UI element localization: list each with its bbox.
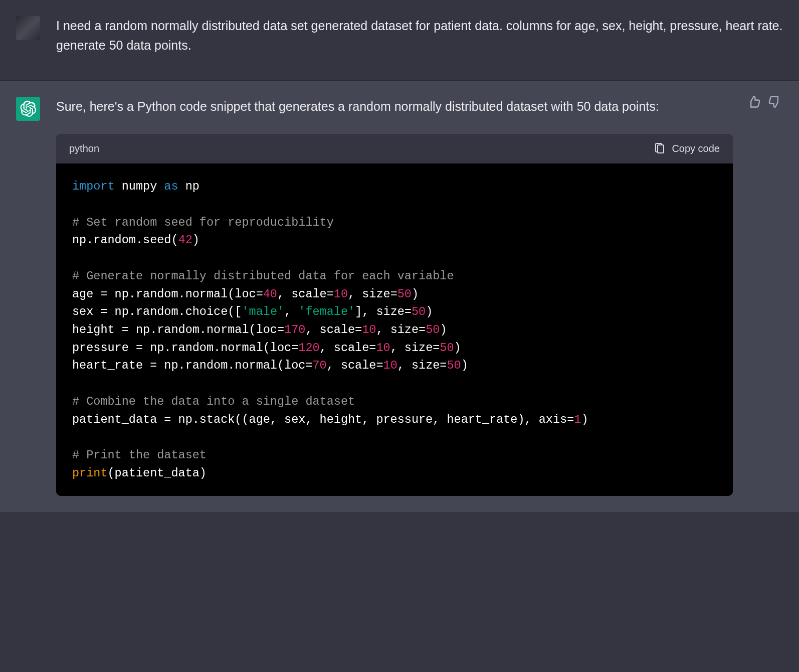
code-header: python Copy code — [56, 134, 733, 163]
code-content[interactable]: import numpy as np # Set random seed for… — [56, 163, 733, 496]
code-block: python Copy code import numpy as np # Se… — [56, 134, 733, 496]
thumbs-up-button[interactable] — [747, 95, 761, 109]
assistant-message: Sure, here's a Python code snippet that … — [0, 81, 799, 513]
user-avatar — [16, 16, 40, 40]
thumbs-down-button[interactable] — [768, 95, 782, 109]
svg-rect-0 — [658, 145, 664, 153]
thumbs-down-icon — [768, 95, 782, 109]
user-message: I need a random normally distributed dat… — [0, 0, 799, 81]
thumbs-up-icon — [747, 95, 761, 109]
copy-code-button[interactable]: Copy code — [654, 141, 720, 156]
clipboard-icon — [654, 143, 666, 155]
assistant-content: Sure, here's a Python code snippet that … — [56, 97, 783, 496]
openai-logo-icon — [20, 100, 37, 117]
user-message-text: I need a random normally distributed dat… — [56, 16, 783, 55]
assistant-intro-text: Sure, here's a Python code snippet that … — [56, 97, 733, 116]
assistant-avatar — [16, 97, 40, 121]
copy-code-label: Copy code — [672, 141, 720, 156]
feedback-buttons — [747, 95, 782, 109]
code-language-label: python — [69, 141, 99, 156]
